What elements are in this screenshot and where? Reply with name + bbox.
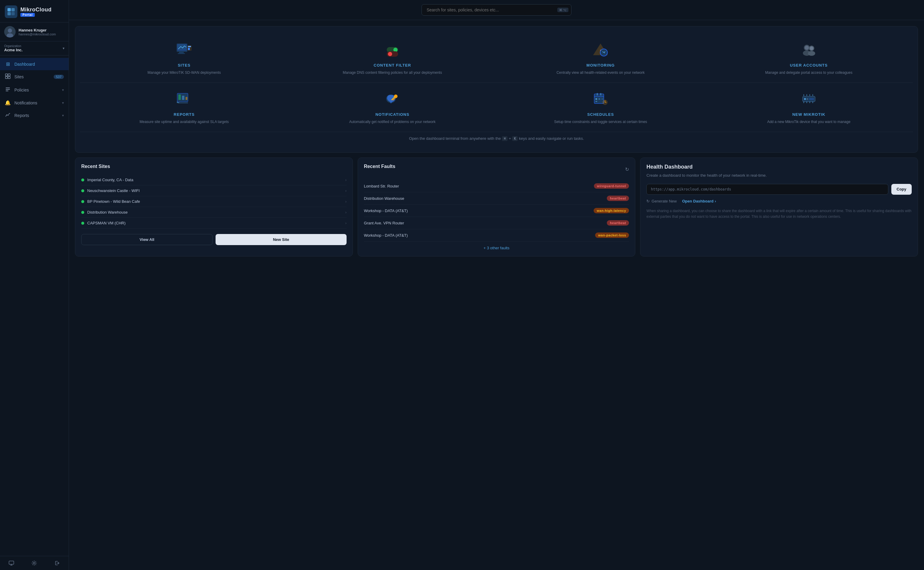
feature-sites[interactable]: SITES Manage your MikroTIK SD-WAN deploy…: [80, 34, 289, 83]
portal-badge: Portal: [20, 13, 35, 17]
footer-btn-settings[interactable]: [23, 556, 46, 570]
health-dashboard-panel: Health Dashboard Create a dashboard to m…: [640, 158, 918, 256]
feature-schedules[interactable]: SCHEDULES Setup time constraints and tog…: [496, 83, 705, 132]
fault-tag: heartbeat: [607, 220, 629, 225]
sidebar-item-policies[interactable]: Policies ▾: [0, 83, 69, 97]
sidebar-item-reports[interactable]: Reports ▾: [0, 109, 69, 122]
site-name: Neuschwanstein Castle - WIFI: [87, 188, 342, 193]
other-faults-link[interactable]: + 3 other faults: [364, 246, 629, 250]
new-site-button[interactable]: New Site: [215, 234, 346, 245]
svg-rect-49: [599, 98, 600, 100]
fault-name: Workshop - DATA (AT&T): [364, 233, 408, 238]
monitoring-desc: Centrally view all health-related events…: [556, 70, 645, 75]
policies-chevron-icon: ▾: [62, 88, 64, 92]
recent-sites-title: Recent Sites: [81, 164, 347, 169]
logo-area: MikroCloud Portal: [0, 0, 69, 22]
copy-button[interactable]: Copy: [891, 184, 912, 195]
svg-rect-2: [8, 12, 11, 15]
user-name: Hannes Kruger: [18, 28, 64, 32]
svg-point-55: [806, 98, 808, 100]
new-mikrotik-icon: [801, 90, 817, 108]
notifications-title: NOTIFICATIONS: [375, 112, 409, 117]
svg-rect-10: [8, 77, 10, 78]
org-selector[interactable]: Organization Acme Inc. ▾: [0, 41, 69, 55]
main-content: ⌘ ⌥: [69, 0, 924, 570]
site-name: CAPSMAN VM (CHR): [87, 221, 342, 225]
site-item-2[interactable]: Neuschwanstein Castle - WIFI ›: [81, 185, 347, 196]
dashboard-icon: ⊞: [5, 61, 11, 67]
sidebar-item-label: Sites: [14, 74, 24, 79]
header: ⌘ ⌥: [69, 0, 924, 20]
site-status-dot: [81, 200, 84, 203]
refresh-icon[interactable]: ↻: [625, 167, 629, 172]
site-item-4[interactable]: Distribution Warehouse ›: [81, 207, 347, 218]
feature-content-filter[interactable]: CONTENT FILTER Manage DNS content filter…: [289, 34, 497, 83]
feature-card: SITES Manage your MikroTIK SD-WAN deploy…: [75, 26, 918, 153]
svg-rect-18: [178, 45, 186, 49]
svg-rect-48: [596, 98, 597, 100]
user-info: Hannes Kruger hannes@mikrocloud.com: [18, 28, 64, 36]
sidebar-item-sites[interactable]: Sites 537: [0, 70, 69, 83]
footer-btn-monitor[interactable]: [0, 556, 23, 570]
user-profile: Hannes Kruger hannes@mikrocloud.com: [0, 22, 69, 41]
feature-new-mikrotik[interactable]: NEW MIKROTIK Add a new MikroTik device t…: [705, 83, 913, 132]
schedules-icon: [593, 90, 609, 108]
sidebar-item-label: Dashboard: [14, 62, 35, 67]
fault-tag: wireguard-tunnel: [594, 183, 629, 189]
generate-new-link[interactable]: ↻ Generate New: [646, 199, 677, 204]
svg-rect-22: [188, 46, 191, 47]
site-item-1[interactable]: Imperial County, CA - Data ›: [81, 175, 347, 185]
fault-item-2[interactable]: Distribution Warehouse heartbeat: [364, 192, 629, 205]
site-item-5[interactable]: CAPSMAN VM (CHR) ›: [81, 218, 347, 228]
feature-reports[interactable]: REPORTS Measure site uptime and availabi…: [80, 83, 289, 132]
schedules-desc: Setup time constraints and toggle servic…: [554, 119, 647, 124]
search-input[interactable]: [422, 4, 571, 15]
svg-rect-12: [6, 89, 10, 90]
reports-feature-icon: [176, 90, 192, 108]
sites-title: SITES: [178, 63, 191, 67]
notifications-feature-icon: [384, 90, 400, 108]
fault-name: Distribution Warehouse: [364, 196, 405, 201]
recent-faults-title: Recent Faults: [364, 164, 396, 169]
fault-item-1[interactable]: Lombard Str. Router wireguard-tunnel: [364, 180, 629, 192]
sites-feature-icon: [176, 41, 192, 59]
site-name: Distribution Warehouse: [87, 210, 342, 215]
feature-monitoring[interactable]: ! MONITORING Centrally view all health-r…: [496, 34, 705, 83]
fault-item-4[interactable]: Grant Ave. VPN Router heartbeat: [364, 217, 629, 229]
view-all-button[interactable]: View All: [81, 234, 212, 245]
dashboard-url-input[interactable]: [646, 184, 888, 195]
svg-rect-8: [8, 74, 10, 76]
faults-header: Recent Faults ↻: [364, 164, 629, 175]
sidebar-item-dashboard[interactable]: ⊞ Dashboard: [0, 58, 69, 70]
svg-rect-39: [182, 96, 184, 100]
fault-item-5[interactable]: Workshop - DATA (AT&T) wan-packet-loss: [364, 229, 629, 242]
svg-rect-11: [6, 87, 10, 88]
site-status-dot: [81, 211, 84, 214]
feature-user-accounts[interactable]: USER ACCOUNTS Manage and delegate portal…: [705, 34, 913, 83]
site-item-3[interactable]: BP Pinetown - Wild Bean Cafe ›: [81, 196, 347, 207]
svg-rect-1: [11, 8, 15, 11]
svg-rect-38: [179, 95, 181, 100]
fault-tag: wan-packet-loss: [595, 233, 629, 238]
feature-notifications[interactable]: NOTIFICATIONS Automatically get notified…: [289, 83, 497, 132]
generate-icon: ↻: [646, 199, 650, 204]
main-nav: ⊞ Dashboard Sites 537: [0, 55, 69, 556]
fault-item-3[interactable]: Workshop - DATA (AT&T) wan-high-latency: [364, 205, 629, 217]
open-dashboard-link[interactable]: Open Dashboard ›: [682, 199, 716, 204]
footer-btn-logout[interactable]: [46, 556, 69, 570]
terminal-hint: Open the dashboard terminal from anywher…: [80, 132, 913, 145]
org-info: Organization Acme Inc.: [4, 44, 23, 52]
sidebar-item-notifications[interactable]: 🔔 Notifications ▾: [0, 97, 69, 109]
site-status-dot: [81, 222, 84, 225]
sidebar-footer: [0, 556, 69, 570]
logo-text: MikroCloud Portal: [20, 7, 52, 17]
sites-desc: Manage your MikroTIK SD-WAN deployments: [148, 70, 221, 75]
content-filter-title: CONTENT FILTER: [374, 63, 411, 67]
svg-point-54: [804, 98, 806, 100]
user-accounts-icon: [801, 41, 817, 59]
svg-rect-9: [5, 77, 8, 78]
svg-rect-19: [179, 52, 184, 53]
sidebar-item-label: Notifications: [14, 101, 37, 105]
monitoring-icon: !: [593, 41, 609, 59]
svg-rect-56: [809, 98, 814, 100]
